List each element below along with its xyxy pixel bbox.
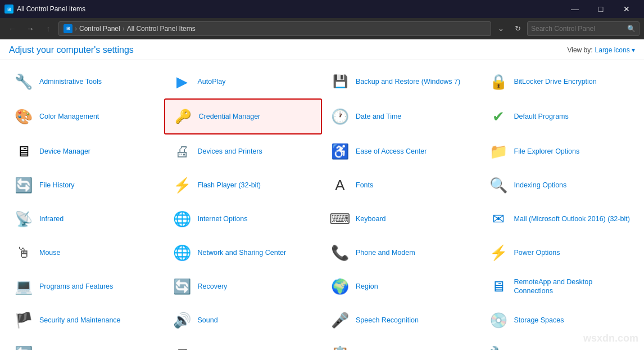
cp-item-color-mgmt[interactable]: 🎨Color Management [6, 98, 164, 134]
cp-item-backup-restore[interactable]: 💾Backup and Restore (Windows 7) [322, 65, 480, 98]
cp-item-speech[interactable]: 🎤Speech Recognition [322, 303, 480, 337]
path-control-panel: Control Panel [79, 25, 120, 33]
item-label-network-sharing: Network and Sharing Center [198, 248, 287, 257]
cp-item-bitlocker[interactable]: 🔒BitLocker Drive Encryption [480, 65, 639, 98]
item-label-speech: Speech Recognition [356, 316, 419, 325]
address-right: ⌄ ↻ [493, 21, 525, 36]
search-icon[interactable]: 🔍 [627, 25, 636, 33]
cp-item-remote-app[interactable]: 🖥RemoteApp and Desktop Connections [480, 270, 639, 303]
item-label-default-programs: Default Programs [514, 112, 569, 121]
cp-item-sound[interactable]: 🔊Sound [164, 303, 323, 337]
view-by-value[interactable]: Large icons ▾ [595, 46, 635, 54]
cp-item-file-explorer[interactable]: 📁File Explorer Options [480, 134, 639, 168]
cp-item-keyboard[interactable]: ⌨Keyboard [322, 202, 480, 236]
cp-item-security-maintenance[interactable]: 🏴Security and Maintenance [6, 303, 164, 337]
item-icon-security-maintenance: 🏴 [12, 309, 35, 331]
back-button[interactable]: ← [4, 21, 20, 36]
item-icon-sound: 🔊 [171, 309, 193, 331]
item-label-indexing: Indexing Options [514, 181, 567, 190]
cp-item-network-sharing[interactable]: 🌐Network and Sharing Center [164, 236, 323, 270]
cp-item-taskbar[interactable]: 📋Taskbar and Navigation [322, 337, 480, 350]
cp-item-power[interactable]: ⚡Power Options [480, 236, 639, 270]
item-label-flash-player: Flash Player (32-bit) [198, 181, 261, 190]
dropdown-button[interactable]: ⌄ [493, 21, 508, 36]
item-label-backup-restore: Backup and Restore (Windows 7) [356, 77, 460, 86]
item-icon-mail: ✉ [487, 208, 510, 230]
item-icon-default-programs: ✔ [487, 105, 510, 128]
item-icon-ease-access: ♿ [329, 140, 351, 163]
view-by-label: View by: [567, 46, 592, 54]
view-by-control: View by: Large icons ▾ [567, 46, 635, 54]
cp-item-flash-player[interactable]: ⚡Flash Player (32-bit) [164, 168, 323, 202]
item-icon-bitlocker: 🔒 [487, 70, 510, 93]
item-label-internet-options: Internet Options [198, 214, 248, 223]
items-container: 🔧Administrative Tools▶AutoPlay💾Backup an… [0, 60, 644, 350]
cp-item-devices-printers[interactable]: 🖨Devices and Printers [164, 134, 323, 168]
cp-item-troubleshoot[interactable]: 🔧Troubleshooting [480, 337, 639, 350]
cp-item-internet-options[interactable]: 🌐Internet Options [164, 202, 323, 236]
item-icon-infrared: 📡 [12, 208, 35, 230]
item-label-security-maintenance: Security and Maintenance [39, 316, 121, 325]
cp-item-ease-access[interactable]: ♿Ease of Access Center [322, 134, 480, 168]
cp-item-fonts[interactable]: AFonts [322, 168, 480, 202]
cp-item-credential-mgr[interactable]: 🔑Credential Manager [164, 98, 323, 134]
cp-item-mail[interactable]: ✉Mail (Microsoft Outlook 2016) (32-bit) [480, 202, 639, 236]
item-icon-recovery: 🔄 [171, 275, 193, 298]
item-label-recovery: Recovery [198, 282, 228, 291]
address-bar: ← → ↑ ⊞ › Control Panel › All Control Pa… [0, 18, 644, 39]
search-input[interactable] [531, 25, 625, 33]
item-icon-file-explorer: 📁 [487, 140, 510, 163]
item-label-admin-tools: Administrative Tools [39, 77, 102, 86]
item-icon-autoplay: ▶ [171, 70, 193, 93]
cp-item-indexing[interactable]: 🔍Indexing Options [480, 168, 639, 202]
minimize-button[interactable]: — [562, 0, 588, 18]
path-icon: ⊞ [64, 24, 72, 33]
cp-item-date-time[interactable]: 🕐Date and Time [322, 98, 480, 134]
cp-item-storage[interactable]: 💿Storage Spaces [480, 303, 639, 337]
item-icon-power: ⚡ [487, 241, 510, 264]
cp-item-admin-tools[interactable]: 🔧Administrative Tools [6, 65, 164, 98]
window-controls: — □ ✕ [562, 0, 640, 18]
item-icon-admin-tools: 🔧 [12, 70, 35, 93]
item-icon-region: 🌍 [329, 275, 351, 298]
cp-item-device-mgr[interactable]: 🖥Device Manager [6, 134, 164, 168]
up-button[interactable]: ↑ [40, 21, 56, 36]
item-label-devices-printers: Devices and Printers [198, 147, 262, 156]
cp-item-mouse[interactable]: 🖱Mouse [6, 236, 164, 270]
item-icon-taskbar: 📋 [329, 343, 351, 350]
item-label-file-history: File History [39, 181, 75, 190]
cp-item-programs-features[interactable]: 💻Programs and Features [6, 270, 164, 303]
close-button[interactable]: ✕ [614, 0, 640, 18]
item-icon-programs-features: 💻 [12, 275, 35, 298]
cp-item-recovery[interactable]: 🔄Recovery [164, 270, 323, 303]
item-label-autoplay: AutoPlay [198, 77, 226, 86]
item-label-bitlocker: BitLocker Drive Encryption [514, 77, 597, 86]
item-label-phone-modem: Phone and Modem [356, 248, 415, 257]
cp-item-file-history[interactable]: 🔄File History [6, 168, 164, 202]
item-label-mail: Mail (Microsoft Outlook 2016) (32-bit) [514, 214, 630, 223]
search-box[interactable]: 🔍 [527, 21, 640, 36]
cp-item-infrared[interactable]: 📡Infrared [6, 202, 164, 236]
item-icon-color-mgmt: 🎨 [12, 105, 35, 128]
cp-item-system[interactable]: 🖥System [164, 337, 323, 350]
item-icon-devices-printers: 🖨 [171, 140, 193, 163]
cp-item-autoplay[interactable]: ▶AutoPlay [164, 65, 323, 98]
refresh-button[interactable]: ↻ [510, 21, 525, 36]
cp-item-default-programs[interactable]: ✔Default Programs [480, 98, 639, 134]
item-label-programs-features: Programs and Features [39, 282, 113, 291]
item-label-device-mgr: Device Manager [39, 147, 90, 156]
item-icon-indexing: 🔍 [487, 174, 510, 196]
items-grid: 🔧Administrative Tools▶AutoPlay💾Backup an… [6, 65, 638, 350]
cp-item-sync-center[interactable]: 🔄Sync Center [6, 337, 164, 350]
item-label-date-time: Date and Time [356, 112, 401, 121]
cp-item-region[interactable]: 🌍Region [322, 270, 480, 303]
address-path[interactable]: ⊞ › Control Panel › All Control Panel It… [58, 21, 491, 36]
item-icon-backup-restore: 💾 [329, 70, 351, 93]
cp-item-phone-modem[interactable]: 📞Phone and Modem [322, 236, 480, 270]
item-icon-sync-center: 🔄 [12, 343, 35, 350]
item-icon-phone-modem: 📞 [329, 241, 351, 264]
maximize-button[interactable]: □ [588, 0, 614, 18]
item-icon-internet-options: 🌐 [171, 208, 193, 230]
forward-button[interactable]: → [22, 21, 38, 36]
item-icon-remote-app: 🖥 [487, 275, 510, 298]
